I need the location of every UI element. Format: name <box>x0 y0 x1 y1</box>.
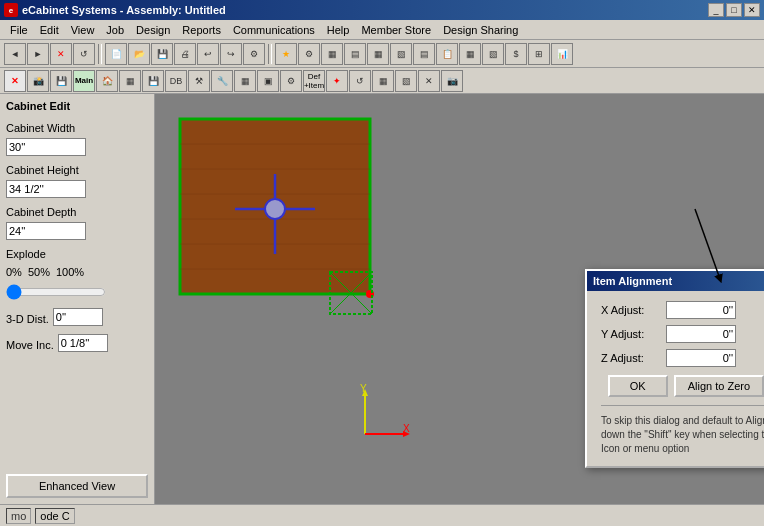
menu-design[interactable]: Design <box>130 22 176 38</box>
view-toggle-button[interactable]: ✕ <box>4 70 26 92</box>
open-button[interactable]: 📂 <box>128 43 150 65</box>
tool12[interactable]: ▦ <box>367 43 389 65</box>
cabinet-width-label: Cabinet Width <box>6 122 148 134</box>
separator <box>98 44 102 64</box>
y-adjust-row: Y Adjust: <box>601 325 764 343</box>
cabinet-depth-input[interactable] <box>6 222 86 240</box>
window-controls: _ □ ✕ <box>708 3 760 17</box>
tb2-tool4[interactable]: ▦ <box>119 70 141 92</box>
svg-text:Y: Y <box>360 384 367 394</box>
tb2-tool1[interactable]: 📸 <box>27 70 49 92</box>
app-icon: e <box>4 3 18 17</box>
tb2-tool18[interactable]: 📷 <box>441 70 463 92</box>
menu-reports[interactable]: Reports <box>176 22 227 38</box>
tool18[interactable]: $ <box>505 43 527 65</box>
print-button[interactable]: 🖨 <box>174 43 196 65</box>
dist-3d-input[interactable] <box>53 308 103 326</box>
explode-label: Explode <box>6 248 148 260</box>
menu-file[interactable]: File <box>4 22 34 38</box>
dialog-buttons: OK Align to Zero Cancel <box>601 375 764 397</box>
dialog-title: Item Alignment <box>593 275 764 287</box>
tool20[interactable]: 📊 <box>551 43 573 65</box>
back-button[interactable]: ◄ <box>4 43 26 65</box>
tb2-tool17[interactable]: ✕ <box>418 70 440 92</box>
align-items-button[interactable]: ✦ <box>326 70 348 92</box>
z-adjust-label: Z Adjust: <box>601 352 666 364</box>
dialog-titlebar: Item Alignment ✕ <box>587 271 764 291</box>
tb2-tool14[interactable]: ↺ <box>349 70 371 92</box>
tool14[interactable]: ▤ <box>413 43 435 65</box>
cabinet-height-label: Cabinet Height <box>6 164 148 176</box>
tool9[interactable]: ⚙ <box>298 43 320 65</box>
tb2-tool11[interactable]: ⚙ <box>280 70 302 92</box>
undo-button[interactable]: ↩ <box>197 43 219 65</box>
dist-3d-row: 3-D Dist. <box>6 308 148 326</box>
tool17[interactable]: ▧ <box>482 43 504 65</box>
toolbar-design: ✕ 📸 💾 Main 🏠 ▦ 💾 DB ⚒ 🔧 ▦ ▣ ⚙ Def +Item … <box>0 68 764 94</box>
z-adjust-row: Z Adjust: <box>601 349 764 367</box>
tool11[interactable]: ▤ <box>344 43 366 65</box>
ok-button[interactable]: OK <box>608 375 668 397</box>
canvas-area: Y X Item Alignment ✕ X Adjust: <box>155 94 764 504</box>
tb2-tool9[interactable]: ▦ <box>234 70 256 92</box>
save-button[interactable]: 💾 <box>151 43 173 65</box>
stop-button[interactable]: ✕ <box>50 43 72 65</box>
tb2-tool5[interactable]: 💾 <box>142 70 164 92</box>
menu-help[interactable]: Help <box>321 22 356 38</box>
x-adjust-input[interactable] <box>666 301 736 319</box>
menu-view[interactable]: View <box>65 22 101 38</box>
forward-button[interactable]: ► <box>27 43 49 65</box>
tool16[interactable]: ▦ <box>459 43 481 65</box>
minimize-button[interactable]: _ <box>708 3 724 17</box>
close-button[interactable]: ✕ <box>744 3 760 17</box>
tb2-tool2[interactable]: 💾 <box>50 70 72 92</box>
new-doc-button[interactable]: 📄 <box>105 43 127 65</box>
explode-row: 0% 50% 100% <box>6 266 148 278</box>
tb2-tool12[interactable]: Def +Item <box>303 70 325 92</box>
tool15[interactable]: 📋 <box>436 43 458 65</box>
tb2-tool6[interactable]: DB <box>165 70 187 92</box>
menu-member-store[interactable]: Member Store <box>355 22 437 38</box>
menu-job[interactable]: Job <box>100 22 130 38</box>
tool19[interactable]: ⊞ <box>528 43 550 65</box>
tb2-tool16[interactable]: ▧ <box>395 70 417 92</box>
explode-slider[interactable] <box>6 284 106 300</box>
tool8[interactable]: ★ <box>275 43 297 65</box>
explode-50: 50% <box>28 266 50 278</box>
dialog-body: X Adjust: Y Adjust: Z Adjust: OK Align t… <box>587 291 764 466</box>
x-adjust-row: X Adjust: <box>601 301 764 319</box>
tool10[interactable]: ▦ <box>321 43 343 65</box>
tb2-tool8[interactable]: 🔧 <box>211 70 233 92</box>
cabinet-height-input[interactable] <box>6 180 86 198</box>
dialog-hint: To skip this dialog and default to Align… <box>601 405 764 456</box>
menu-design-sharing[interactable]: Design Sharing <box>437 22 524 38</box>
cabinet-width-input[interactable] <box>6 138 86 156</box>
move-inc-row: Move Inc. <box>6 334 148 352</box>
window-title: eCabinet Systems - Assembly: Untitled <box>22 4 708 16</box>
svg-text:X: X <box>403 423 410 434</box>
status-text: mo <box>6 508 31 524</box>
left-panel: Cabinet Edit Cabinet Width Cabinet Heigh… <box>0 94 155 504</box>
separator2 <box>268 44 272 64</box>
move-inc-input[interactable] <box>58 334 108 352</box>
enhanced-view-button[interactable]: Enhanced View <box>6 474 148 498</box>
align-to-zero-button[interactable]: Align to Zero <box>674 375 764 397</box>
tb2-tool10[interactable]: ▣ <box>257 70 279 92</box>
toolbar-navigation: ◄ ► ✕ ↺ 📄 📂 💾 🖨 ↩ ↪ ⚙ ★ ⚙ ▦ ▤ ▦ ▧ ▤ 📋 ▦ … <box>0 40 764 68</box>
tb2-tool7[interactable]: ⚒ <box>188 70 210 92</box>
cabinet-depth-label: Cabinet Depth <box>6 206 148 218</box>
redo-button[interactable]: ↪ <box>220 43 242 65</box>
tb2-tool15[interactable]: ▦ <box>372 70 394 92</box>
tb2-main[interactable]: Main <box>73 70 95 92</box>
item-alignment-dialog: Item Alignment ✕ X Adjust: Y Adjust: Z A… <box>585 269 764 468</box>
y-adjust-input[interactable] <box>666 325 736 343</box>
menu-edit[interactable]: Edit <box>34 22 65 38</box>
tb2-tool3[interactable]: 🏠 <box>96 70 118 92</box>
tool7[interactable]: ⚙ <box>243 43 265 65</box>
menu-communications[interactable]: Communications <box>227 22 321 38</box>
status-label: mo <box>11 510 26 522</box>
maximize-button[interactable]: □ <box>726 3 742 17</box>
refresh-button[interactable]: ↺ <box>73 43 95 65</box>
tool13[interactable]: ▧ <box>390 43 412 65</box>
z-adjust-input[interactable] <box>666 349 736 367</box>
